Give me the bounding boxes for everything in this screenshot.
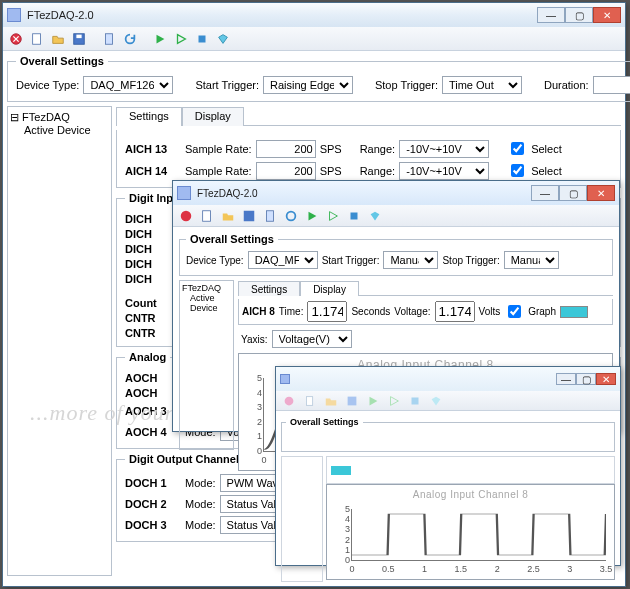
device-tree[interactable]: FTezDAQ Active Device (179, 280, 234, 450)
svg-rect-8 (244, 210, 255, 221)
aich-row-name: AICH 13 (125, 143, 181, 155)
maximize-button[interactable]: ▢ (576, 373, 596, 385)
select-checkbox[interactable] (511, 164, 524, 177)
graph-label: Graph (528, 306, 556, 317)
close-button[interactable]: ✕ (596, 373, 616, 385)
chart-square: Analog Input Channel 8 01234500.511.522.… (326, 484, 615, 580)
select-checkbox[interactable] (511, 142, 524, 155)
svg-rect-5 (199, 35, 206, 42)
sample-rate-input[interactable] (256, 140, 316, 158)
play-outline-icon[interactable] (385, 392, 403, 410)
close-button[interactable]: ✕ (593, 7, 621, 23)
close-circle-icon[interactable] (177, 207, 195, 225)
sample-rate-label: Sample Rate: (185, 143, 252, 155)
save-icon[interactable] (343, 392, 361, 410)
color-swatch[interactable] (331, 466, 351, 475)
dich-row: DICH (125, 273, 152, 285)
voltage-unit: Volts (479, 306, 501, 317)
svg-rect-15 (412, 397, 419, 404)
window-title: FTezDAQ-2.0 (27, 9, 537, 21)
minimize-button[interactable]: — (537, 7, 565, 23)
device-type-select[interactable]: DAQ_MF126 (83, 76, 173, 94)
toolbar (276, 391, 620, 411)
voltage-label: Voltage: (394, 306, 430, 317)
refresh-icon[interactable] (121, 30, 139, 48)
time-input[interactable] (307, 301, 347, 322)
play-icon[interactable] (364, 392, 382, 410)
mode-label: Mode: (185, 498, 216, 510)
svg-rect-9 (267, 210, 274, 221)
titlebar: FTezDAQ-2.0 — ▢ ✕ (173, 181, 619, 205)
stop-trigger-label: Stop Trigger: (442, 255, 499, 266)
stop-trigger-select[interactable]: Manual (504, 251, 559, 269)
new-icon[interactable] (28, 30, 46, 48)
duration-input[interactable] (593, 76, 630, 94)
open-icon[interactable] (49, 30, 67, 48)
range-select[interactable]: -10V~+10V (399, 162, 489, 180)
start-trigger-select[interactable]: Raising Edge (263, 76, 353, 94)
tiny-window: — ▢ ✕ Overall Settings Analog Input Cha (275, 366, 621, 566)
stop-trigger-label: Stop Trigger: (375, 79, 438, 91)
close-button[interactable]: ✕ (587, 185, 615, 201)
refresh-icon[interactable] (282, 207, 300, 225)
minimize-button[interactable]: — (556, 373, 576, 385)
open-icon[interactable] (322, 392, 340, 410)
time-unit: Seconds (351, 306, 390, 317)
save-icon[interactable] (240, 207, 258, 225)
doch-row: DOCH 2 (125, 498, 181, 510)
save-icon[interactable] (70, 30, 88, 48)
graph-checkbox[interactable] (508, 305, 521, 318)
cntr-row: CNTR (125, 327, 156, 339)
yaxis-select[interactable]: Voltage(V) (272, 330, 352, 348)
tab-settings[interactable]: Settings (116, 107, 182, 126)
overall-settings-box: Overall Settings Device Type: DAQ_MF126 … (7, 55, 630, 102)
stop-icon[interactable] (345, 207, 363, 225)
duration-label: Duration: (544, 79, 589, 91)
aoch-row: AOCH (125, 372, 157, 384)
doc-icon[interactable] (100, 30, 118, 48)
doch-row: DOCH 1 (125, 477, 181, 489)
tab-display[interactable]: Display (182, 107, 244, 126)
new-icon[interactable] (301, 392, 319, 410)
overall-legend: Overall Settings (16, 55, 108, 67)
app-icon (7, 8, 21, 22)
stop-trigger-select[interactable]: Time Out (442, 76, 522, 94)
gem-icon[interactable] (366, 207, 384, 225)
device-type-select[interactable]: DAQ_MF126 (248, 251, 318, 269)
app-icon (177, 186, 191, 200)
new-icon[interactable] (198, 207, 216, 225)
svg-rect-7 (203, 210, 211, 221)
chart-title: Analog Input Channel 8 (327, 485, 614, 504)
play-icon[interactable] (303, 207, 321, 225)
close-circle-icon[interactable] (280, 392, 298, 410)
tab-settings[interactable]: Settings (238, 281, 300, 296)
device-tree[interactable] (281, 456, 323, 582)
maximize-button[interactable]: ▢ (565, 7, 593, 23)
stop-icon[interactable] (193, 30, 211, 48)
voltage-input[interactable] (435, 301, 475, 322)
gem-icon[interactable] (427, 392, 445, 410)
maximize-button[interactable]: ▢ (559, 185, 587, 201)
stop-icon[interactable] (406, 392, 424, 410)
sample-rate-label: Sample Rate: (185, 165, 252, 177)
play-outline-icon[interactable] (172, 30, 190, 48)
start-trigger-select[interactable]: Manual (383, 251, 438, 269)
gem-icon[interactable] (214, 30, 232, 48)
analog-legend: Analog (125, 351, 170, 363)
overall-settings-box: Overall Settings (281, 417, 615, 452)
range-select[interactable]: -10V~+10V (399, 140, 489, 158)
close-circle-icon[interactable] (7, 30, 25, 48)
open-icon[interactable] (219, 207, 237, 225)
play-outline-icon[interactable] (324, 207, 342, 225)
sample-rate-input[interactable] (256, 162, 316, 180)
color-swatch[interactable] (560, 306, 588, 318)
svg-rect-4 (106, 33, 113, 44)
play-icon[interactable] (151, 30, 169, 48)
minimize-button[interactable]: — (531, 185, 559, 201)
tree-root[interactable]: ⊟ FTezDAQ (10, 111, 109, 124)
doc-icon[interactable] (261, 207, 279, 225)
overall-legend: Overall Settings (286, 417, 363, 427)
device-tree[interactable]: ⊟ FTezDAQ Active Device (7, 106, 112, 576)
tree-child[interactable]: Active Device (24, 124, 109, 136)
tab-display[interactable]: Display (300, 281, 359, 296)
